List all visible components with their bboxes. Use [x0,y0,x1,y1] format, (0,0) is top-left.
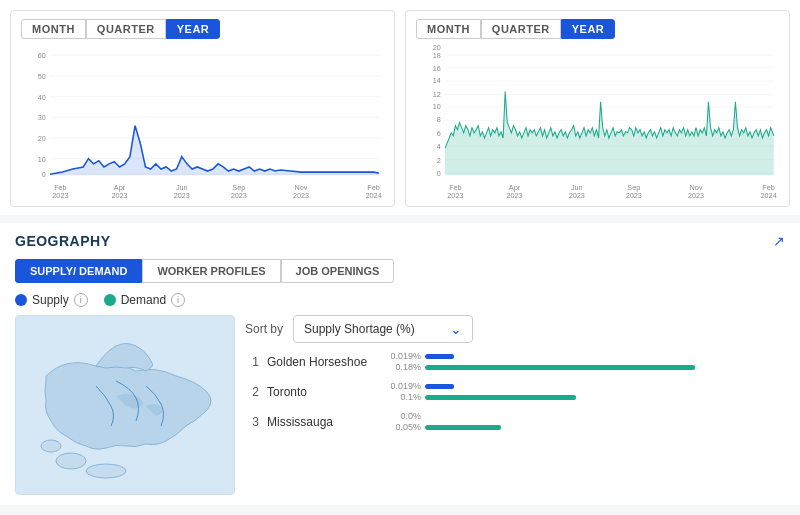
left-tab-month[interactable]: MONTH [21,19,86,39]
supply-bar-track [425,384,785,389]
demand-bar-track [425,365,785,370]
supply-bar-track [425,354,785,359]
legend: Supply i Demand i [15,293,785,307]
svg-text:10: 10 [433,102,441,111]
demand-value: 0.1% [385,392,421,402]
svg-text:2023: 2023 [569,191,585,200]
top-charts-section: MONTH QUARTER YEAR 0 10 20 [0,0,800,215]
svg-text:10: 10 [38,155,46,164]
right-tab-year[interactable]: YEAR [561,19,616,39]
chevron-down-icon: ⌄ [450,321,462,337]
svg-text:2023: 2023 [688,191,704,200]
supply-bar-fill [425,384,454,389]
svg-text:2023: 2023 [111,191,127,200]
demand-info-icon[interactable]: i [171,293,185,307]
map-area [15,315,235,495]
demand-bar-fill [425,365,695,370]
right-tab-month[interactable]: MONTH [416,19,481,39]
svg-text:4: 4 [437,142,441,151]
svg-point-63 [86,464,126,478]
geography-body: Sort by Supply Shortage (%) ⌄ 1 Golden H… [15,315,785,495]
svg-text:40: 40 [38,93,46,102]
svg-text:2023: 2023 [506,191,522,200]
svg-text:0: 0 [437,169,441,178]
rankings-area: Sort by Supply Shortage (%) ⌄ 1 Golden H… [245,315,785,495]
ranking-list: 1 Golden Horseshoe 0.019% 0.18% 2 Toront… [245,351,785,433]
svg-text:6: 6 [437,129,441,138]
svg-text:16: 16 [433,64,441,73]
rank-number: 2 [245,385,259,399]
sort-by-label: Sort by [245,322,283,336]
geo-tab-job-openings[interactable]: JOB OPENINGS [281,259,395,283]
legend-demand: Demand i [104,293,185,307]
supply-bar-row: 0.0% [385,411,785,421]
supply-value: 0.0% [385,411,421,421]
rank-number: 3 [245,415,259,429]
svg-text:2023: 2023 [231,191,247,200]
supply-info-icon[interactable]: i [74,293,88,307]
svg-text:20: 20 [38,134,46,143]
map-svg [16,316,235,495]
ranking-item: 1 Golden Horseshoe 0.019% 0.18% [245,351,785,373]
demand-dot [104,294,116,306]
supply-dot [15,294,27,306]
supply-bar-fill [425,354,454,359]
supply-bar-track [425,414,785,419]
svg-text:18: 18 [433,51,441,60]
svg-text:60: 60 [38,51,46,60]
svg-text:2023: 2023 [626,191,642,200]
demand-bar-fill [425,425,501,430]
geography-header: GEOGRAPHY ↗ [15,233,785,249]
svg-text:2023: 2023 [293,191,309,200]
left-tab-year[interactable]: YEAR [166,19,221,39]
demand-bar-row: 0.18% [385,362,785,372]
svg-text:30: 30 [38,113,46,122]
demand-bar-track [425,425,785,430]
svg-text:8: 8 [437,116,441,125]
supply-value: 0.019% [385,381,421,391]
rank-bars: 0.0% 0.05% [385,411,785,433]
left-chart-area: 0 10 20 30 40 50 60 Feb 2023 Apr 2023 [21,45,384,200]
svg-text:20: 20 [433,45,441,52]
left-tab-group: MONTH QUARTER YEAR [21,19,384,39]
geo-tab-supply-demand[interactable]: SUPPLY/ DEMAND [15,259,142,283]
geography-title: GEOGRAPHY [15,233,111,249]
supply-value: 0.019% [385,351,421,361]
rank-bars: 0.019% 0.18% [385,351,785,373]
right-chart-card: MONTH QUARTER YEAR [405,10,790,207]
svg-point-62 [56,453,86,469]
svg-marker-48 [445,92,774,176]
geo-tab-worker-profiles[interactable]: WORKER PROFILES [142,259,280,283]
svg-text:2023: 2023 [447,191,463,200]
svg-text:2023: 2023 [174,191,190,200]
svg-text:0: 0 [42,170,46,179]
supply-label: Supply [32,293,69,307]
rank-name: Mississauga [267,415,377,429]
svg-text:2023: 2023 [52,191,68,200]
demand-bar-fill [425,395,576,400]
supply-bar-row: 0.019% [385,351,785,361]
demand-bar-row: 0.05% [385,422,785,432]
svg-text:2024: 2024 [761,191,777,200]
rank-bars: 0.019% 0.1% [385,381,785,403]
geography-tabs: SUPPLY/ DEMAND WORKER PROFILES JOB OPENI… [15,259,785,283]
svg-point-64 [41,440,61,452]
sort-dropdown[interactable]: Supply Shortage (%) ⌄ [293,315,473,343]
rank-number: 1 [245,355,259,369]
svg-text:2024: 2024 [366,191,382,200]
expand-icon[interactable]: ↗ [773,233,785,249]
ranking-item: 2 Toronto 0.019% 0.1% [245,381,785,403]
svg-text:50: 50 [38,72,46,81]
demand-value: 0.05% [385,422,421,432]
svg-text:2: 2 [437,156,441,165]
svg-text:14: 14 [433,76,441,85]
left-chart-svg: 0 10 20 30 40 50 60 Feb 2023 Apr 2023 [21,45,384,200]
left-tab-quarter[interactable]: QUARTER [86,19,166,39]
right-tab-quarter[interactable]: QUARTER [481,19,561,39]
svg-text:12: 12 [433,90,441,99]
right-chart-svg: 0 2 4 6 8 10 12 14 16 18 20 Feb [416,45,779,200]
svg-marker-14 [50,126,379,176]
rank-name: Golden Horseshoe [267,355,377,369]
right-tab-group: MONTH QUARTER YEAR [416,19,779,39]
left-chart-card: MONTH QUARTER YEAR 0 10 20 [10,10,395,207]
